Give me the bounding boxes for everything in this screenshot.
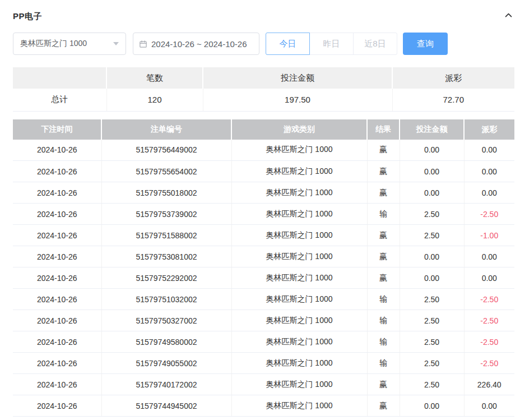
cell-payout: 0.00 <box>464 140 514 161</box>
table-row: 2024-10-26 51579749580002 奥林匹斯之门 1000 输 … <box>13 331 514 353</box>
table-row: 2024-10-26 51579749055002 奥林匹斯之门 1000 输 … <box>13 353 514 374</box>
table-row: 2024-10-26 51579750327002 奥林匹斯之门 1000 输 … <box>13 310 514 331</box>
cell-game-category: 奥林匹斯之门 1000 <box>231 225 367 246</box>
cell-bet-id: 51579752292002 <box>101 267 231 289</box>
date-range-input[interactable]: 2024-10-26 ~ 2024-10-26 <box>133 33 259 55</box>
cell-payout: -2.50 <box>464 331 514 353</box>
cell-bet-amount: 2.50 <box>400 225 464 246</box>
quick-range-group: 今日 昨日 近8日 <box>266 33 397 55</box>
cell-result: 输 <box>367 310 400 331</box>
cell-bet-amount: 0.00 <box>400 140 464 161</box>
cell-bet-time: 2024-10-26 <box>13 331 101 353</box>
cell-result: 赢 <box>367 246 400 267</box>
bet-table-header-row: 下注时间 注单编号 游戏类别 结果 投注金额 派彩 <box>13 119 514 140</box>
last-8-days-button[interactable]: 近8日 <box>353 33 397 55</box>
cell-payout: 0.00 <box>464 395 514 417</box>
cell-result: 赢 <box>367 374 400 395</box>
cell-payout: 0.00 <box>464 246 514 267</box>
cell-bet-amount: 2.50 <box>400 353 464 374</box>
table-row: 2024-10-26 51579755654002 奥林匹斯之门 1000 赢 … <box>13 161 514 182</box>
table-row: 2024-10-26 51579740172002 奥林匹斯之门 1000 赢 … <box>13 374 514 395</box>
cell-bet-amount: 0.00 <box>400 267 464 289</box>
cell-result: 赢 <box>367 395 400 417</box>
cell-bet-id: 51579751032002 <box>101 289 231 310</box>
col-header-bet-id: 注单编号 <box>101 119 231 140</box>
cell-bet-time: 2024-10-26 <box>13 267 101 289</box>
cell-bet-time: 2024-10-26 <box>13 140 101 161</box>
game-select-value: 奥林匹斯之门 1000 <box>20 39 87 49</box>
summary-total-bet-amount: 197.50 <box>203 89 392 111</box>
cell-game-category: 奥林匹斯之门 1000 <box>231 204 367 225</box>
summary-total-label: 总计 <box>13 89 106 111</box>
col-header-game-category: 游戏类别 <box>231 119 367 140</box>
cell-game-category: 奥林匹斯之门 1000 <box>231 161 367 182</box>
summary-header-payout: 派彩 <box>392 67 514 89</box>
cell-bet-id: 51579753739002 <box>101 204 231 225</box>
calendar-icon <box>139 40 147 48</box>
cell-payout: -2.50 <box>464 204 514 225</box>
cell-result: 输 <box>367 204 400 225</box>
cell-bet-id: 51579749580002 <box>101 331 231 353</box>
table-row: 2024-10-26 51579755018002 奥林匹斯之门 1000 赢 … <box>13 182 514 204</box>
col-header-payout: 派彩 <box>464 119 514 140</box>
summary-total-count: 120 <box>106 89 203 111</box>
cell-payout: 0.00 <box>464 161 514 182</box>
page-title: PP电子 <box>13 11 42 22</box>
cell-game-category: 奥林匹斯之门 1000 <box>231 289 367 310</box>
cell-result: 赢 <box>367 182 400 204</box>
bet-table: 下注时间 注单编号 游戏类别 结果 投注金额 派彩 2024-10-26 515… <box>13 119 514 417</box>
table-row: 2024-10-26 51579753081002 奥林匹斯之门 1000 赢 … <box>13 246 514 267</box>
cell-bet-amount: 2.50 <box>400 331 464 353</box>
cell-bet-amount: 0.00 <box>400 395 464 417</box>
records-panel: PP电子 奥林匹斯之门 1000 2024-10-26 ~ 2024-10-26… <box>13 0 514 417</box>
cell-bet-time: 2024-10-26 <box>13 204 101 225</box>
cell-result: 赢 <box>367 225 400 246</box>
cell-bet-time: 2024-10-26 <box>13 161 101 182</box>
cell-bet-id: 51579751588002 <box>101 225 231 246</box>
panel-header: PP电子 <box>13 0 514 22</box>
summary-header-count: 笔数 <box>106 67 203 89</box>
table-row: 2024-10-26 51579744945002 奥林匹斯之门 1000 赢 … <box>13 395 514 417</box>
cell-game-category: 奥林匹斯之门 1000 <box>231 140 367 161</box>
cell-result: 赢 <box>367 267 400 289</box>
cell-payout: 0.00 <box>464 267 514 289</box>
cell-bet-id: 51579740172002 <box>101 374 231 395</box>
cell-bet-amount: 2.50 <box>400 374 464 395</box>
chevron-up-icon <box>504 11 513 22</box>
cell-game-category: 奥林匹斯之门 1000 <box>231 374 367 395</box>
cell-bet-id: 51579756449002 <box>101 140 231 161</box>
collapse-panel-button[interactable] <box>503 10 514 23</box>
table-row: 2024-10-26 51579751032002 奥林匹斯之门 1000 输 … <box>13 289 514 310</box>
cell-bet-id: 51579755018002 <box>101 182 231 204</box>
col-header-bet-time: 下注时间 <box>13 119 101 140</box>
cell-game-category: 奥林匹斯之门 1000 <box>231 182 367 204</box>
date-range-value: 2024-10-26 ~ 2024-10-26 <box>151 39 247 49</box>
cell-bet-time: 2024-10-26 <box>13 310 101 331</box>
filter-bar: 奥林匹斯之门 1000 2024-10-26 ~ 2024-10-26 今日 昨… <box>13 33 514 55</box>
cell-bet-id: 51579750327002 <box>101 310 231 331</box>
cell-bet-time: 2024-10-26 <box>13 246 101 267</box>
yesterday-button[interactable]: 昨日 <box>309 33 354 55</box>
summary-header-bet-amount: 投注金额 <box>203 67 392 89</box>
cell-game-category: 奥林匹斯之门 1000 <box>231 310 367 331</box>
today-button[interactable]: 今日 <box>266 33 310 55</box>
cell-bet-time: 2024-10-26 <box>13 353 101 374</box>
cell-game-category: 奥林匹斯之门 1000 <box>231 395 367 417</box>
cell-payout: 226.40 <box>464 374 514 395</box>
cell-game-category: 奥林匹斯之门 1000 <box>231 353 367 374</box>
cell-result: 赢 <box>367 140 400 161</box>
search-button[interactable]: 查询 <box>403 33 448 55</box>
cell-bet-amount: 0.00 <box>400 246 464 267</box>
cell-result: 输 <box>367 289 400 310</box>
cell-game-category: 奥林匹斯之门 1000 <box>231 246 367 267</box>
cell-payout: -2.50 <box>464 353 514 374</box>
summary-table: 笔数 投注金额 派彩 总计 120 197.50 72.70 <box>13 67 514 112</box>
cell-bet-time: 2024-10-26 <box>13 395 101 417</box>
summary-total-payout: 72.70 <box>392 89 514 111</box>
game-select[interactable]: 奥林匹斯之门 1000 <box>13 33 126 55</box>
table-row: 2024-10-26 51579756449002 奥林匹斯之门 1000 赢 … <box>13 140 514 161</box>
table-row: 2024-10-26 51579751588002 奥林匹斯之门 1000 赢 … <box>13 225 514 246</box>
cell-bet-amount: 0.00 <box>400 182 464 204</box>
cell-bet-amount: 2.50 <box>400 289 464 310</box>
cell-payout: 0.00 <box>464 182 514 204</box>
